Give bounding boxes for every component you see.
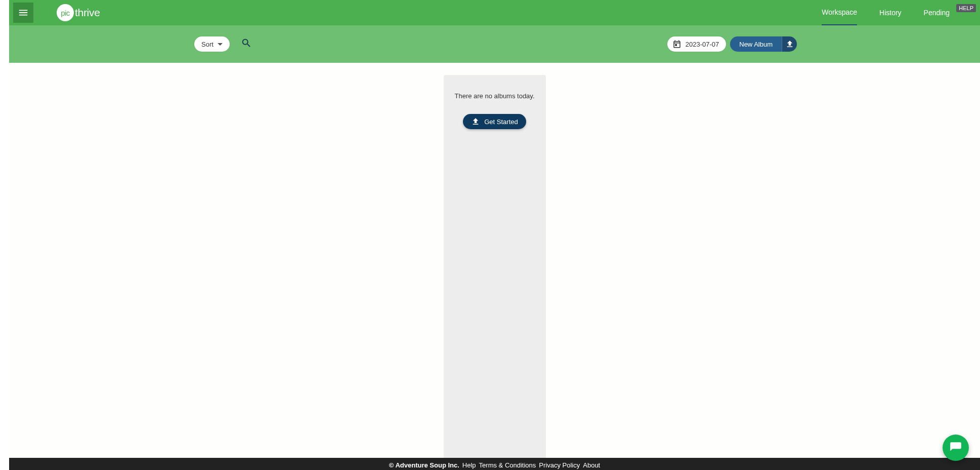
footer-link-about[interactable]: About	[583, 461, 600, 469]
tab-history[interactable]: History	[879, 0, 902, 25]
brand-logo-text: thrive	[75, 7, 100, 19]
empty-state-card: There are no albums today. Get Started	[444, 75, 546, 470]
search-button[interactable]	[241, 37, 252, 51]
footer-link-privacy[interactable]: Privacy Policy	[539, 461, 580, 469]
empty-state-message: There are no albums today.	[452, 92, 538, 100]
chevron-down-icon	[218, 43, 223, 46]
date-picker-chip[interactable]: 2023-07-07	[667, 36, 727, 52]
brand-logo-circle-text: pic	[61, 9, 70, 17]
browser-left-gutter	[0, 0, 9, 470]
sort-label: Sort	[201, 41, 214, 48]
hamburger-menu-button[interactable]	[13, 3, 33, 23]
new-album-label: New Album	[739, 41, 773, 48]
top-navbar: pic thrive Workspace History Pending HEL…	[9, 0, 980, 25]
hamburger-icon	[18, 7, 29, 18]
help-badge[interactable]: HELP	[956, 4, 976, 12]
footer-link-label: Help	[462, 461, 476, 469]
calendar-icon	[672, 40, 681, 49]
upload-icon	[471, 117, 480, 126]
sub-toolbar-right: 2023-07-07 New Album	[667, 36, 797, 52]
brand-logo-circle: pic	[57, 4, 74, 21]
chat-icon	[949, 441, 962, 454]
help-badge-label: HELP	[959, 5, 973, 11]
footer: © Adventure Soup Inc. Help Terms & Condi…	[9, 458, 980, 470]
nav-tabs: Workspace History Pending HELP	[811, 0, 961, 25]
tab-pending[interactable]: Pending	[924, 0, 950, 25]
sub-toolbar-left: Sort	[194, 36, 252, 52]
footer-link-label: Privacy Policy	[539, 461, 580, 469]
upload-button[interactable]	[782, 36, 797, 52]
footer-link-terms[interactable]: Terms & Conditions	[479, 461, 536, 469]
get-started-label: Get Started	[484, 118, 518, 126]
footer-link-help[interactable]: Help	[462, 461, 476, 469]
footer-copyright: © Adventure Soup Inc.	[389, 461, 459, 469]
sort-chip[interactable]: Sort	[194, 36, 230, 52]
tab-label: Pending	[924, 9, 950, 17]
footer-link-label: Terms & Conditions	[479, 461, 536, 469]
sub-toolbar: Sort 2023-07-07 New Album	[9, 25, 980, 63]
main-content: There are no albums today. Get Started	[9, 63, 980, 470]
footer-link-label: About	[583, 461, 600, 469]
get-started-button[interactable]: Get Started	[463, 114, 526, 129]
search-icon	[241, 37, 252, 49]
tab-label: Workspace	[822, 8, 857, 16]
new-album-button[interactable]: New Album	[730, 36, 782, 52]
tab-label: History	[879, 9, 902, 17]
new-album-group: New Album	[730, 36, 797, 52]
tab-workspace[interactable]: Workspace	[822, 0, 857, 25]
brand-logo[interactable]: pic thrive	[57, 4, 100, 21]
app-root: pic thrive Workspace History Pending HEL…	[9, 0, 980, 470]
chat-fab[interactable]	[943, 435, 969, 461]
date-value: 2023-07-07	[686, 41, 719, 48]
upload-icon	[785, 40, 794, 49]
